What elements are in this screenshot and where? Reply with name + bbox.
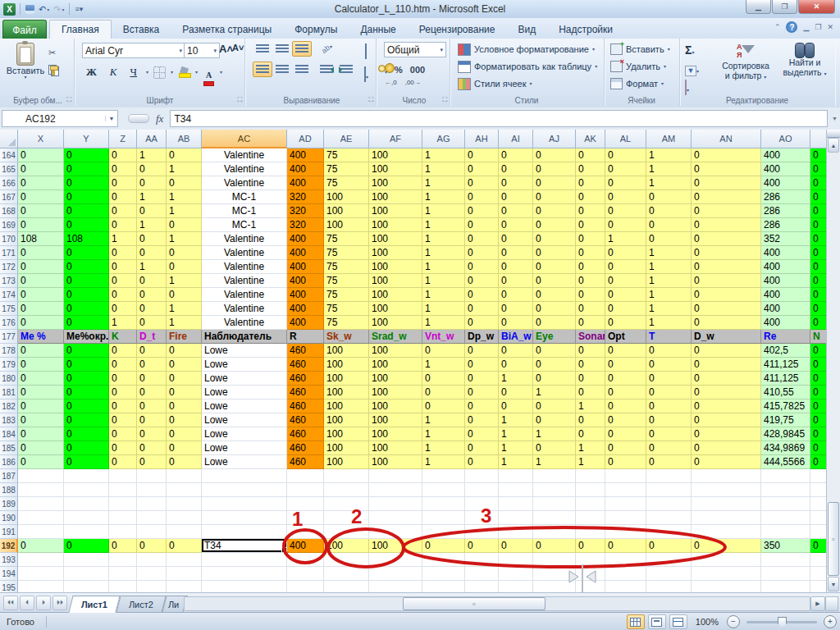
cell[interactable]: 1 [422, 288, 465, 302]
cell[interactable] [533, 553, 576, 567]
scroll-up-button[interactable]: ▲ [828, 138, 839, 153]
cell[interactable]: 75 [324, 260, 369, 274]
align-center-button[interactable] [272, 62, 292, 77]
cell[interactable] [761, 469, 810, 483]
number-format-combo[interactable]: Общий▾ [384, 42, 446, 57]
cell[interactable] [576, 497, 605, 511]
cell[interactable]: 0 [576, 413, 605, 427]
zoom-in-button[interactable]: + [824, 615, 837, 628]
scrollbar-corner-grip[interactable] [825, 596, 838, 611]
cell[interactable]: 0 [605, 427, 646, 441]
cell[interactable] [533, 497, 576, 511]
cell[interactable]: 411,125 [761, 358, 810, 372]
last-sheet-button[interactable]: ⏵⏵ [52, 596, 67, 610]
cell[interactable] [646, 469, 692, 483]
cell[interactable]: 0 [109, 260, 137, 274]
cell[interactable]: 0 [692, 288, 761, 302]
row-header-192[interactable]: 192 [0, 539, 18, 553]
cell[interactable]: MC-1 [202, 204, 287, 218]
dialog-launcher-icon[interactable]: ⛶ [368, 96, 373, 104]
cell[interactable]: 0 [533, 372, 576, 386]
ribbon-tab-Рецензирование[interactable]: Рецензирование [408, 20, 507, 39]
cell[interactable]: 0 [810, 386, 827, 399]
cell[interactable]: Sk_w [324, 330, 369, 344]
row-header-189[interactable]: 189 [0, 497, 18, 511]
zoom-slider-thumb[interactable] [778, 617, 787, 628]
cell[interactable]: MC-1 [202, 218, 287, 232]
cell[interactable]: 1 [137, 190, 167, 204]
cell[interactable] [605, 483, 646, 497]
align-top-button[interactable] [253, 41, 272, 57]
ribbon-tab-Данные[interactable]: Данные [349, 20, 407, 39]
cell[interactable] [605, 567, 646, 581]
cell[interactable]: 400 [761, 288, 810, 302]
cell[interactable]: D_w [692, 330, 761, 344]
cell[interactable]: 1 [167, 190, 202, 204]
cell[interactable]: 0 [646, 413, 692, 427]
cell[interactable]: 0 [18, 274, 64, 288]
cell[interactable]: 0 [465, 455, 499, 469]
row-header-191[interactable]: 191 [0, 525, 18, 539]
zoom-slider[interactable] [746, 621, 817, 623]
cell[interactable]: 0 [810, 274, 827, 288]
cell[interactable]: 0 [167, 260, 202, 274]
cell[interactable] [499, 525, 533, 539]
cell[interactable] [287, 553, 324, 567]
cell[interactable]: 100 [369, 162, 422, 176]
cell[interactable] [576, 567, 605, 581]
cell[interactable]: 400 [287, 232, 324, 246]
cell[interactable]: 0 [810, 427, 827, 441]
cell[interactable]: 100 [369, 232, 422, 246]
cell[interactable]: Ме%окр. [64, 330, 109, 344]
cell[interactable]: 0 [64, 260, 109, 274]
cell[interactable]: 75 [324, 176, 369, 190]
cell[interactable]: 0 [18, 386, 64, 399]
cell[interactable] [202, 553, 287, 567]
workbook-minimize-icon[interactable]: ▁ [803, 23, 809, 31]
cell[interactable]: 100 [369, 316, 422, 330]
cell[interactable]: 400 [287, 539, 324, 553]
cell[interactable]: 0 [605, 344, 646, 358]
cell[interactable]: 0 [692, 372, 761, 386]
cell[interactable]: 0 [533, 176, 576, 190]
cell[interactable]: 0 [109, 539, 137, 553]
cell[interactable]: 400 [761, 260, 810, 274]
cell[interactable]: 0 [499, 218, 533, 232]
cell[interactable]: 0 [692, 413, 761, 427]
cell[interactable]: Valentine [202, 246, 287, 260]
cell[interactable]: 444,5566 [761, 455, 810, 469]
cell[interactable]: N [810, 330, 827, 344]
cell[interactable]: 0 [692, 260, 761, 274]
cell[interactable]: 0 [499, 316, 533, 330]
cell[interactable]: 0 [465, 190, 499, 204]
column-header-AE[interactable]: AE [324, 130, 369, 148]
workbook-restore-icon[interactable]: ❐ [815, 23, 821, 31]
cell[interactable]: 0 [605, 260, 646, 274]
cell[interactable]: 0 [465, 372, 499, 386]
workbook-close-icon[interactable]: ✕ [827, 23, 833, 31]
cell[interactable]: Lowe [202, 413, 287, 427]
row-header-193[interactable]: 193 [0, 553, 18, 567]
cell[interactable] [324, 581, 369, 592]
collapse-ribbon-icon[interactable]: ⌃ [774, 23, 781, 31]
cell[interactable]: 100 [369, 372, 422, 386]
cell[interactable]: 0 [18, 288, 64, 302]
fill-color-button[interactable] [178, 66, 190, 79]
cell[interactable]: 100 [369, 260, 422, 274]
cell[interactable]: 0 [18, 190, 64, 204]
column-header-AB[interactable]: AB [167, 130, 202, 148]
cell[interactable]: 100 [324, 455, 369, 469]
cell[interactable]: 0 [692, 386, 761, 399]
cell[interactable]: 0 [465, 386, 499, 399]
cell[interactable]: 400 [287, 288, 324, 302]
cell[interactable]: 1 [646, 148, 692, 162]
insert-cells-button[interactable]: Вставить▾ [607, 40, 673, 58]
cell[interactable]: 0 [692, 218, 761, 232]
ribbon-tab-Вставка[interactable]: Вставка [112, 20, 171, 39]
cell[interactable]: 100 [369, 441, 422, 455]
vertical-scrollbar-thumb[interactable]: ≡ [828, 502, 839, 576]
cell[interactable]: 0 [465, 176, 499, 190]
cell[interactable] [202, 483, 287, 497]
cell[interactable]: 1 [646, 302, 692, 316]
font-size-combo[interactable]: 10▾ [184, 43, 220, 58]
